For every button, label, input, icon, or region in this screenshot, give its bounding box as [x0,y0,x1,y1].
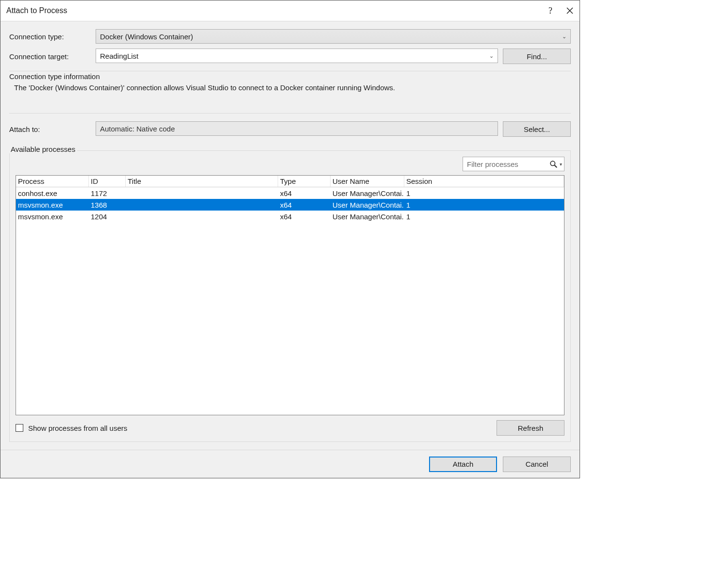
cell-type: x64 [278,199,331,211]
process-grid-body: conhost.exe1172x64User Manager\Contai...… [16,187,564,222]
dropdown-arrow-icon[interactable]: ▾ [560,162,562,167]
process-grid: Process ID Title Type User Name Session … [16,175,564,415]
show-all-users-checkbox[interactable] [16,424,23,432]
cell-user: User Manager\Contai... [331,199,404,211]
cell-id: 1204 [89,211,126,222]
connection-type-dropdown[interactable]: Docker (Windows Container) ⌄ [96,29,571,44]
window-title: Attach to Process [6,6,67,15]
find-button[interactable]: Find... [503,49,571,64]
cancel-button[interactable]: Cancel [503,457,571,472]
connection-type-value: Docker (Windows Container) [100,33,193,41]
help-button[interactable]: ? [541,0,560,21]
cell-session: 1 [404,211,564,222]
cell-title [126,211,278,222]
chevron-down-icon: ⌄ [562,33,566,40]
cell-process: msvsmon.exe [16,199,89,211]
table-row[interactable]: msvsmon.exe1204x64User Manager\Contai...… [16,211,564,222]
refresh-button[interactable]: Refresh [497,420,564,436]
cell-type: x64 [278,187,331,199]
available-processes-group: Available processes Filter processes ▾ P… [9,150,571,442]
connection-type-info-title: Connection type information [9,71,571,83]
col-user[interactable]: User Name [331,176,404,187]
dialog-footer: Attach Cancel [0,450,580,478]
col-session[interactable]: Session [404,176,564,187]
attach-to-value: Automatic: Native code [100,125,175,133]
col-type[interactable]: Type [278,176,331,187]
svg-point-2 [550,161,555,165]
table-row[interactable]: conhost.exe1172x64User Manager\Contai...… [16,187,564,199]
connection-type-label: Connection type: [9,33,91,41]
cell-session: 1 [404,187,564,199]
cell-session: 1 [404,199,564,211]
close-icon [566,7,573,14]
col-process[interactable]: Process [16,176,89,187]
titlebar: Attach to Process ? [0,0,580,21]
cell-id: 1368 [89,199,126,211]
cell-process: msvsmon.exe [16,211,89,222]
connection-target-label: Connection target: [9,52,91,61]
filter-placeholder: Filter processes [467,160,549,168]
connection-type-row: Connection type: Docker (Windows Contain… [9,29,571,44]
show-all-users-label: Show processes from all users [28,424,127,432]
cell-user: User Manager\Contai... [331,211,404,222]
attach-to-row: Attach to: Automatic: Native code Select… [9,121,571,137]
cell-id: 1172 [89,187,126,199]
chevron-down-icon: ⌄ [489,53,494,59]
available-processes-label: Available processes [9,145,77,153]
attach-button[interactable]: Attach [429,457,497,472]
filter-processes-input[interactable]: Filter processes ▾ [463,157,564,171]
cell-process: conhost.exe [16,187,89,199]
cell-user: User Manager\Contai... [331,187,404,199]
process-group-footer: Show processes from all users Refresh [16,420,564,436]
table-row[interactable]: msvsmon.exe1368x64User Manager\Contai...… [16,199,564,211]
connection-type-info-group: Connection type information The 'Docker … [9,71,571,114]
select-button[interactable]: Select... [503,121,571,137]
process-grid-header: Process ID Title Type User Name Session [16,176,564,187]
filter-bar: Filter processes ▾ [16,157,564,171]
connection-type-info-text: The 'Docker (Windows Container)' connect… [9,83,571,92]
connection-target-row: Connection target: ReadingList ⌄ Find... [9,49,571,64]
col-title[interactable]: Title [126,176,278,187]
svg-line-3 [555,165,557,167]
cell-type: x64 [278,211,331,222]
search-icon [549,160,558,168]
col-id[interactable]: ID [89,176,126,187]
cell-title [126,187,278,199]
connection-target-combobox[interactable]: ReadingList ⌄ [96,49,498,63]
attach-to-value-box: Automatic: Native code [96,121,498,136]
close-button[interactable] [560,0,580,21]
dialog-body: Connection type: Docker (Windows Contain… [0,21,580,450]
cell-title [126,199,278,211]
attach-to-process-dialog: Attach to Process ? Connection type: Doc… [0,0,580,478]
connection-target-value: ReadingList [100,52,138,60]
attach-to-label: Attach to: [9,125,91,133]
